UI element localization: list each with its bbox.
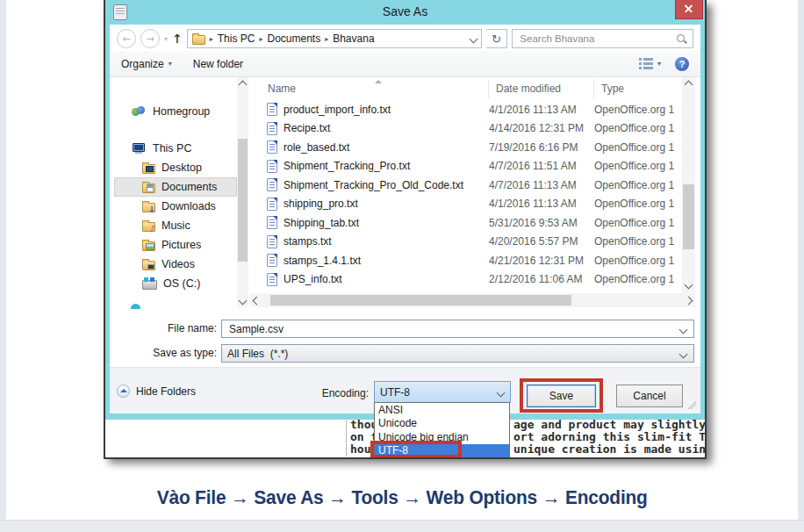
search-input[interactable] (518, 32, 676, 45)
breadcrumb-bhavana[interactable]: Bhavana (333, 32, 374, 45)
scrollbar-thumb[interactable] (683, 184, 694, 249)
file-row[interactable]: UPS_info.txt 2/12/2016 11:06 AM OpenOffi… (261, 270, 682, 290)
file-type: OpenOffice.org 1 (594, 122, 682, 134)
sidebar-item-homegroup[interactable]: Homegroup (114, 102, 237, 121)
scroll-left-icon[interactable] (253, 296, 262, 305)
file-row[interactable]: stamps_1.4.1.txt 4/21/2016 12:31 PM Open… (261, 251, 682, 270)
chevron-down-icon[interactable] (679, 350, 688, 359)
scroll-down-icon (239, 296, 248, 305)
chevron-down-icon[interactable] (679, 326, 688, 334)
page-footer-bar (0, 520, 804, 532)
hide-folders-button[interactable]: Hide Folders (117, 385, 196, 398)
file-row[interactable]: Shipment_Tracking_Pro_Old_Code.txt 4/7/2… (261, 176, 682, 195)
text-file-icon (267, 273, 277, 286)
chevron-down-icon (169, 60, 172, 68)
save-as-screenshot: thou on t hous age and product may sligh… (104, 0, 707, 459)
navigation-bar: This PC Documents Bhavana (110, 25, 700, 51)
background-text-fragment: unique creation is made usin (513, 443, 706, 456)
file-name-combo[interactable] (221, 320, 694, 338)
breadcrumb-this-pc[interactable]: This PC (218, 32, 255, 45)
encoding-option-unicode[interactable]: Unicode (375, 417, 509, 431)
back-button[interactable] (117, 29, 136, 48)
column-header-date-modified[interactable]: Date modified (489, 79, 594, 98)
file-name-input[interactable] (227, 322, 672, 336)
sidebar-item-desktop[interactable]: Desktop (114, 158, 237, 177)
caption: Vào File → Save As → Tools → Web Options… (0, 486, 804, 509)
encoding-option-ansi[interactable]: ANSI (375, 403, 509, 417)
file-name-label: File name: (110, 322, 217, 334)
chevron-down-icon (657, 60, 661, 68)
music-folder-icon (142, 222, 155, 232)
column-header-name[interactable]: Name (261, 79, 489, 98)
sidebar-scrollbar[interactable] (237, 77, 248, 294)
text-file-icon (267, 216, 277, 229)
scrollbar-thumb[interactable] (238, 139, 248, 262)
file-date: 5/31/2016 9:53 AM (489, 217, 594, 229)
downloads-folder-icon (142, 203, 155, 212)
scroll-up-icon[interactable] (239, 81, 248, 90)
sort-ascending-icon (375, 80, 382, 83)
column-label: Name (268, 83, 296, 95)
save-annotation-rectangle (520, 378, 603, 413)
encoding-combo[interactable]: UTF-8 (374, 381, 511, 403)
file-row[interactable]: Shipping_tab.txt 5/31/2016 9:53 AM OpenO… (261, 213, 682, 233)
scroll-up-icon[interactable] (685, 81, 693, 90)
address-bar[interactable]: This PC Documents Bhavana (187, 29, 482, 48)
scroll-down-icon[interactable] (685, 281, 693, 290)
list-scrollbar[interactable] (682, 77, 695, 294)
chevron-down-icon (497, 389, 506, 398)
file-row[interactable]: stamps.txt 4/20/2016 5:57 PM OpenOffice.… (261, 233, 682, 252)
file-name: shipping_pro.txt (284, 198, 358, 210)
horizontal-scrollbar[interactable] (250, 293, 695, 307)
sidebar-item-label: Videos (162, 258, 195, 270)
file-name: stamps.txt (284, 235, 332, 248)
search-box[interactable] (512, 29, 693, 48)
help-icon[interactable] (675, 57, 689, 71)
close-button[interactable] (675, 0, 703, 19)
file-type: OpenOffice.org 1 (594, 255, 682, 267)
file-date: 4/7/2016 11:13 AM (489, 179, 594, 191)
forward-button[interactable] (140, 29, 160, 48)
recent-locations-chevron[interactable] (164, 35, 168, 43)
homegroup-icon (132, 105, 147, 118)
file-list: product_import_info.txt 4/1/2016 11:13 A… (261, 100, 682, 289)
encoding-value: UTF-8 (380, 386, 410, 399)
sidebar-item-label: Homegroup (153, 105, 210, 118)
sidebar-item-os-c[interactable]: OS (C:) (114, 274, 237, 293)
sidebar-item-downloads[interactable]: Downloads (114, 197, 237, 216)
change-view-button[interactable] (639, 58, 661, 69)
resize-grip[interactable] (688, 401, 696, 409)
file-date: 7/19/2016 6:16 PM (489, 141, 594, 154)
sidebar-item-documents[interactable]: Documents (114, 177, 237, 197)
column-header-type[interactable]: Type (594, 79, 682, 98)
breadcrumb-documents[interactable]: Documents (267, 32, 320, 45)
title-bar[interactable]: Save As (105, 0, 705, 25)
sidebar-scroll-down[interactable] (237, 293, 248, 307)
up-button[interactable] (172, 32, 183, 46)
file-row[interactable]: Shipment_Tracking_Pro.txt 4/7/2016 11:51… (261, 157, 682, 176)
sidebar-item-videos[interactable]: Videos (114, 255, 237, 274)
file-row[interactable]: role_based.txt 7/19/2016 6:16 PM OpenOff… (261, 138, 682, 157)
file-date: 2/12/2016 11:06 AM (489, 273, 594, 285)
file-name: Recipe.txt (284, 122, 330, 134)
text-file-icon (267, 103, 277, 116)
file-row[interactable]: Recipe.txt 4/14/2016 12:31 PM OpenOffice… (261, 119, 682, 139)
sidebar-item-pictures[interactable]: Pictures (114, 235, 237, 255)
address-dropdown-chevron[interactable] (469, 34, 477, 43)
refresh-button[interactable] (486, 29, 508, 48)
cancel-button[interactable]: Cancel (616, 385, 683, 407)
documents-folder-icon (142, 183, 155, 193)
scrollbar-thumb[interactable] (270, 295, 571, 306)
scroll-right-icon[interactable] (685, 296, 693, 305)
organize-button[interactable]: Organize (121, 58, 172, 70)
sidebar-item-music[interactable]: Music (114, 216, 237, 235)
file-row[interactable]: shipping_pro.txt 4/1/2016 11:13 AM OpenO… (261, 195, 682, 214)
file-row[interactable]: product_import_info.txt 4/1/2016 11:13 A… (261, 100, 682, 119)
new-folder-button[interactable]: New folder (193, 58, 243, 70)
save-as-type-combo[interactable]: All Files (*.*) (221, 344, 694, 363)
file-date: 4/1/2016 11:13 AM (489, 104, 594, 116)
text-file-icon (267, 235, 277, 248)
save-as-type-label: Save as type: (110, 347, 217, 359)
sidebar-item-this-pc[interactable]: This PC (114, 139, 237, 158)
file-name: stamps_1.4.1.txt (284, 255, 361, 267)
